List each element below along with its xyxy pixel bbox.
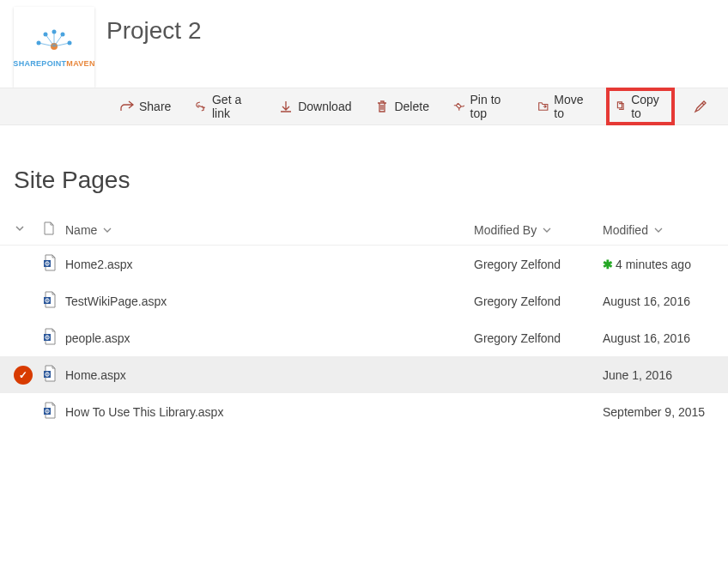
file-name-cell[interactable]: TestWikiPage.aspx <box>65 294 474 308</box>
selected-check-icon[interactable]: ✓ <box>14 366 33 385</box>
file-type-cell <box>43 402 65 421</box>
download-button[interactable]: Download <box>270 94 360 118</box>
file-type-cell <box>43 365 65 385</box>
modified-cell: June 1, 2016 <box>603 368 714 382</box>
aspx-file-icon <box>43 365 57 382</box>
link-icon <box>195 100 207 113</box>
type-column[interactable] <box>43 221 65 238</box>
copy-to-button[interactable]: Copy to <box>606 88 675 125</box>
rename-button-partial[interactable] <box>685 94 721 118</box>
move-icon <box>537 100 549 113</box>
file-name-cell[interactable]: How To Use This Library.aspx <box>65 405 474 419</box>
column-headers: Name Modified By Modified <box>0 215 728 246</box>
chevron-down-icon <box>653 225 664 235</box>
table-row[interactable]: people.aspxGregory ZelfondAugust 16, 201… <box>0 319 728 356</box>
file-name-cell[interactable]: Home.aspx <box>65 368 474 382</box>
table-row[interactable]: ✓Home.aspxJune 1, 2016 <box>0 356 728 393</box>
header: SHAREPOINTMAVEN Project 2 <box>0 0 728 88</box>
trash-icon <box>375 100 389 113</box>
modified-cell: August 16, 2016 <box>603 294 714 308</box>
pin-button[interactable]: Pin to top <box>445 88 522 125</box>
file-name-cell[interactable]: Home2.aspx <box>65 258 474 271</box>
file-name-cell[interactable]: people.aspx <box>65 331 474 345</box>
pin-icon <box>453 100 465 113</box>
modified-by-cell: Gregory Zelfond <box>474 258 603 271</box>
share-icon <box>120 100 134 113</box>
table-row[interactable]: Home2.aspxGregory Zelfond✱4 minutes ago <box>0 246 728 282</box>
modified-cell: September 9, 2015 <box>603 405 714 419</box>
file-type-cell <box>43 328 65 348</box>
download-icon <box>279 100 293 113</box>
pencil-icon <box>694 100 707 113</box>
site-logo[interactable]: SHAREPOINTMAVEN <box>14 7 94 88</box>
name-column-header[interactable]: Name <box>65 223 474 237</box>
share-button[interactable]: Share <box>112 94 179 118</box>
modified-cell: ✱4 minutes ago <box>603 258 714 271</box>
modified-by-cell: Gregory Zelfond <box>474 294 603 308</box>
modified-by-cell: Gregory Zelfond <box>474 331 603 345</box>
modified-by-column-header[interactable]: Modified By <box>474 223 603 237</box>
file-type-cell <box>43 291 65 311</box>
copy-icon <box>615 100 627 113</box>
new-indicator-icon: ✱ <box>603 258 613 271</box>
chevron-down-icon <box>542 225 552 235</box>
chevron-down-icon <box>102 225 112 235</box>
file-icon <box>43 221 55 235</box>
library-title: Site Pages <box>14 167 728 194</box>
modified-cell: August 16, 2016 <box>603 331 714 345</box>
aspx-file-icon <box>43 328 57 345</box>
aspx-file-icon <box>43 291 57 308</box>
table-row[interactable]: TestWikiPage.aspxGregory ZelfondAugust 1… <box>0 282 728 319</box>
table-row[interactable]: How To Use This Library.aspxSeptember 9,… <box>0 393 728 430</box>
file-list: Name Modified By Modified Home2.aspxGreg… <box>0 215 728 430</box>
modified-column-header[interactable]: Modified <box>603 223 714 237</box>
aspx-file-icon <box>43 402 57 419</box>
command-bar: Share Get a link Download Delete Pin to … <box>0 88 728 125</box>
row-selector[interactable]: ✓ <box>14 366 43 385</box>
logo-graphic <box>28 27 80 53</box>
aspx-file-icon <box>43 254 57 271</box>
file-type-cell <box>43 254 65 274</box>
move-to-button[interactable]: Move to <box>529 88 599 125</box>
delete-button[interactable]: Delete <box>367 94 437 118</box>
site-title: Project 2 <box>106 17 202 45</box>
chevron-down-icon <box>14 222 26 234</box>
get-link-button[interactable]: Get a link <box>186 88 264 125</box>
select-all-column[interactable] <box>14 222 43 237</box>
